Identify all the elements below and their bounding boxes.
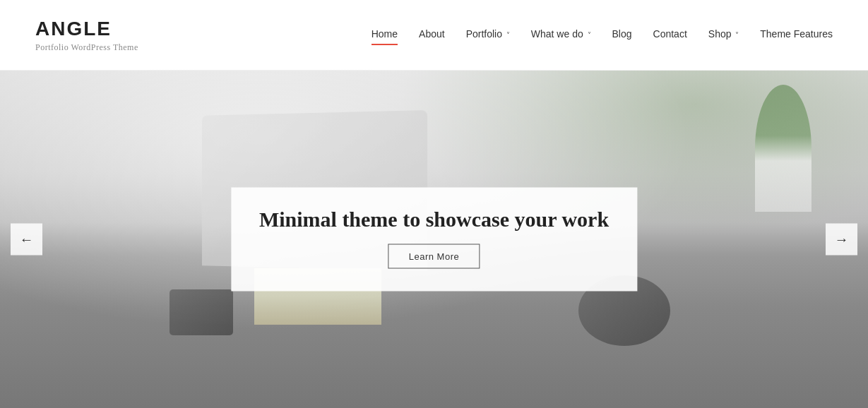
nav-item-about[interactable]: About (419, 28, 445, 42)
nav-item-home[interactable]: Home (371, 28, 398, 42)
hero-prev-button[interactable]: ← (11, 224, 42, 256)
nav-item-shop[interactable]: Shop ˅ (708, 28, 739, 42)
site-header: ANGLE Portfolio WordPress Theme Home Abo… (0, 0, 868, 71)
logo-subtitle: Portfolio WordPress Theme (35, 42, 138, 53)
hero-next-button[interactable]: → (826, 224, 857, 256)
nav-item-what-we-do[interactable]: What we do ˅ (531, 28, 591, 42)
right-arrow-icon: → (835, 232, 849, 248)
nav-item-portfolio[interactable]: Portfolio ˅ (466, 28, 510, 42)
hero-decoration-plant (755, 85, 811, 212)
nav-item-contact[interactable]: Contact (653, 28, 687, 42)
main-nav: Home About Portfolio ˅ What we do ˅ Blog… (371, 28, 833, 42)
shop-arrow: ˅ (734, 31, 739, 39)
what-we-do-arrow: ˅ (585, 31, 591, 39)
logo-area: ANGLE Portfolio WordPress Theme (35, 18, 138, 53)
hero-decoration-camera (170, 289, 233, 335)
hero-headline: Minimal theme to showcase your work (259, 208, 609, 232)
nav-item-blog[interactable]: Blog (612, 28, 632, 42)
hero-cta-button[interactable]: Learn More (388, 244, 480, 269)
hero-text-box: Minimal theme to showcase your work Lear… (231, 188, 637, 292)
logo-title[interactable]: ANGLE (35, 18, 138, 40)
left-arrow-icon: ← (20, 232, 34, 248)
hero-section: ← Minimal theme to showcase your work Le… (0, 71, 868, 408)
portfolio-arrow: ˅ (504, 31, 510, 39)
nav-item-theme-features[interactable]: Theme Features (760, 28, 833, 42)
